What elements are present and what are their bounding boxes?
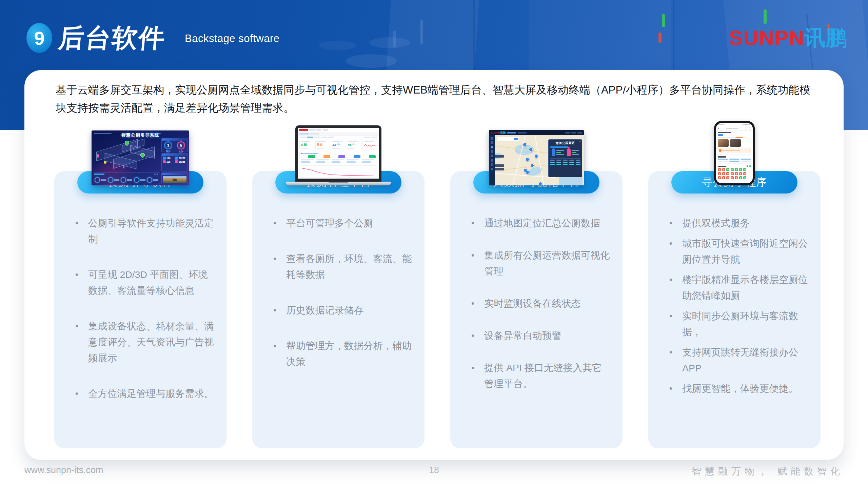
guide-dashboard-screen: 智慧公厕引导系统 [92,130,189,185]
bullet-icon: • [273,215,286,231]
bullet-icon: • [669,236,682,267]
stall-vacant-icon [739,176,742,179]
bullet-icon: • [669,272,682,304]
intro-paragraph: 基于云端多屏交互架构，实现公厕网点全域数据同步与可视化管控，支持WEB端管理后台… [56,81,818,117]
miniprogram-capsule-button [745,127,751,130]
stall-vacant-icon [735,168,738,171]
bullet-list: •平台可管理多个公厕 •查看各厕所，环境、客流、能耗等数据 •历史数据记录储存 … [273,215,412,370]
toilet-name-placeholder [718,132,731,133]
bullet-icon: • [471,296,484,311]
stall-occupied-icon [722,168,725,171]
list-item: •集成设备状态、耗材余量、满意度评分、天气资讯与广告视频展示 [75,318,214,366]
bigdata-screen: SUNPN讯鹏 [489,130,584,185]
map-pin-icon [530,163,535,168]
stall-indicator-green [764,9,767,24]
stall-vacant-icon [731,168,734,171]
stall-vacant-icon [739,168,742,171]
photo-thumbnails [716,138,753,147]
male-stall-label: 男厕 [164,150,172,153]
bullet-icon: • [75,318,88,366]
stall-occupied-icon [731,172,734,175]
stall-occupied-icon [726,172,729,175]
bullet-list: •公厕引导软件支持功能灵活定制 •可呈现 2D/3D 平面图、环境数据、客流量等… [75,215,214,402]
bigdata-map-screenshot: SUNPN讯鹏 [450,127,623,185]
close-icon: × [579,140,581,143]
brand-logo-cn: 讯鹏 [804,26,847,49]
section-number: 9 [34,27,44,49]
stall-occupied-icon [722,172,725,175]
bullet-icon: • [75,386,88,402]
brand-logo-small: SUNPN讯鹏 [491,131,506,135]
list-item: •全方位满足管理与服务需求。 [75,386,214,402]
bullet-icon: • [471,360,484,392]
dashboard-date-placeholder [94,133,112,134]
stall-monitor-panel: 3 男厕 5 女厕 [161,138,188,152]
list-item: •查看各厕所，环境、客流、能耗等数据 [273,251,412,283]
bullet-icon: • [669,308,682,340]
bullet-icon: • [273,338,286,370]
column-card: 公厕管理平台 •平台可管理多个公厕 •查看各厕所，环境、客流、能耗等数据 •历史… [252,171,425,448]
female-stall-label: 女厕 [177,150,185,153]
list-item: •通过地图定位汇总公厕数据 [471,215,610,231]
content-card: 基于云端多屏交互架构，实现公厕网点全域数据同步与可视化管控，支持WEB端管理后台… [24,70,844,460]
dashboard-weather-placeholder [147,133,161,134]
stall-occupied-icon [735,176,738,179]
feature-columns: 智慧公厕引导系统 [54,127,821,448]
slide-footer: www.sunpn-its.com 18 智慧融万物， 赋能数智化 [0,465,868,480]
brand-logo: SUNPN讯鹏 [729,24,847,52]
bullet-list: •通过地图定位汇总公厕数据 •集成所有公厕运营数据可视化管理 •实时监测设备在线… [471,215,610,392]
sensor-readings-section [299,152,377,164]
mini-sparkline [364,143,376,147]
isometric-floorplan [94,139,160,173]
toilet-building-photo [163,176,186,183]
list-item: •实时监测设备在线状态 [471,296,610,311]
stall-occupied-icon [722,176,725,179]
popup-title: 运河公园厕区 [550,141,580,145]
female-figure-icon [567,149,571,156]
stall-occupied-icon [718,168,721,171]
laptop-screenshot: 在线 良好 22 个 66 个 [252,127,425,185]
list-item: •帮助管理方，数据分析，辅助决策 [273,338,412,370]
stall-occupied-icon [739,172,742,175]
list-item: •提供 API 接口无缝接入其它管理平台。 [471,360,610,392]
column-management-platform: 在线 良好 22 个 66 个 [252,127,425,448]
map-pin-icon [538,181,543,185]
live-photo-panel [161,172,188,184]
stall-vacant-icon [726,168,729,171]
list-item: •找厕更智能，体验更便捷。 [669,381,808,396]
stall-occupied-icon [743,172,746,175]
toilet-photo [718,139,729,147]
section-number-badge: 9 [26,23,52,53]
person-icon [97,154,99,158]
column-card: 大数据可视化平台 •通过地图定位汇总公厕数据 •集成所有公厕运营数据可视化管理 … [450,171,623,448]
app-header: ‹ [716,126,753,131]
stall-indicator-red [658,33,662,43]
stall-indicator-green [662,14,665,27]
map-area: × 运河公园厕区 [495,135,584,185]
bullet-icon: • [75,267,88,299]
stall-occupied-icon [735,172,738,175]
phone-statusbar [716,123,753,126]
bullet-icon: • [471,247,484,279]
list-item: •楼宇版精准显示各楼层空厕位助您错峰如厕 [669,272,808,304]
list-item: •平台可管理多个公厕 [273,215,412,231]
status-good: 良好 [317,143,329,147]
bullet-icon: • [471,215,484,231]
column-card: 寻公厕小程序 •提供双模式服务 •城市版可快速查询附近空闲公厕位置并导航 •楼宇… [648,171,821,448]
page-number: 18 [429,465,439,475]
bullet-icon: • [273,251,286,283]
stall-status-row [716,167,753,171]
list-item: •提供双模式服务 [669,215,808,231]
bigdata-sidebar [489,135,495,185]
bullet-icon: • [669,381,682,396]
list-item: •设备异常自动预警 [471,328,610,344]
male-figure-icon [552,149,555,156]
column-bigdata-platform: SUNPN讯鹏 [450,127,623,448]
stall-status-row [716,171,753,175]
guide-dashboard-screenshot: 智慧公厕引导系统 [54,127,226,185]
stall-status-row [716,175,753,179]
male-stall-gauge: 3 [164,141,172,149]
list-item: •历史数据记录储存 [273,302,412,318]
env-stats-section [716,155,753,162]
list-item: •公厕引导软件支持功能灵活定制 [75,215,214,247]
